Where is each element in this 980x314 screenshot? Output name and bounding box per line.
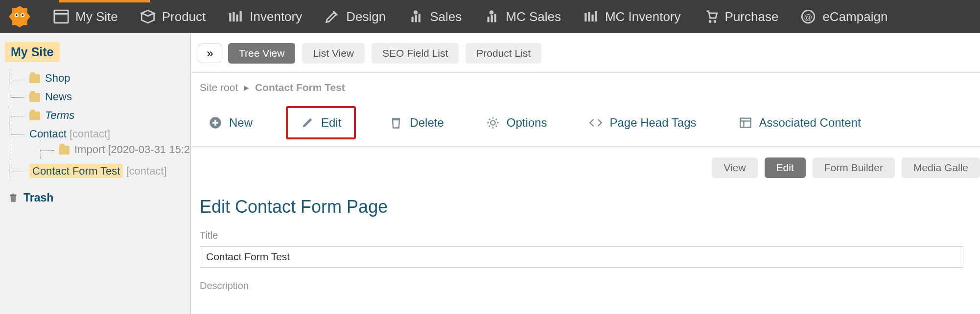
tree-item-contact[interactable]: Contact [contact] Import [2020-03-31 15:… <box>11 125 186 162</box>
svg-rect-12 <box>412 17 414 22</box>
breadcrumb-current: Contact Form Test <box>255 82 345 93</box>
svg-point-3 <box>22 14 23 16</box>
svg-rect-22 <box>595 11 597 22</box>
action-new[interactable]: New <box>200 112 261 134</box>
description-field-label: Description <box>191 268 980 292</box>
action-options[interactable]: Options <box>477 112 556 134</box>
svg-rect-9 <box>240 11 242 22</box>
viewbtn-list-view[interactable]: List View <box>302 43 365 64</box>
trash-label: Trash <box>23 191 53 204</box>
viewbtn-tree-view[interactable]: Tree View <box>228 43 295 64</box>
site-tree: Shop News Terms Contact [contact] Import… <box>11 69 186 180</box>
nav-label: Purchase <box>725 9 779 24</box>
svg-rect-27 <box>10 194 17 196</box>
svg-rect-14 <box>419 14 420 22</box>
nav-label: MC Sales <box>506 9 561 24</box>
action-delete[interactable]: Delete <box>380 112 452 134</box>
tab-media-gallery[interactable]: Media Galle <box>902 157 980 178</box>
svg-point-24 <box>713 20 716 23</box>
svg-rect-32 <box>392 118 400 120</box>
action-page-head-tags[interactable]: Page Head Tags <box>580 112 705 134</box>
content-tabs: View Edit Form Builder Media Galle <box>191 147 980 178</box>
svg-rect-18 <box>494 14 496 22</box>
nav-label: Sales <box>430 9 462 24</box>
folder-icon <box>59 146 70 155</box>
main-content: » Tree View List View SEO Field List Pro… <box>191 33 980 314</box>
svg-point-2 <box>16 14 18 16</box>
top-nav: My Site Product Inventory Design Sales M… <box>0 0 980 33</box>
svg-rect-34 <box>740 118 750 128</box>
gear-icon <box>486 116 500 130</box>
svg-rect-17 <box>491 15 493 22</box>
active-tab-indicator <box>59 0 150 2</box>
nav-mc-inventory[interactable]: MC Inventory <box>572 8 692 25</box>
tree-item-terms[interactable]: Terms <box>11 106 186 125</box>
trash-icon <box>389 116 403 130</box>
tree-item-shop[interactable]: Shop <box>11 69 186 88</box>
trash-icon <box>8 192 19 204</box>
title-input[interactable] <box>200 246 963 268</box>
svg-rect-6 <box>230 13 232 22</box>
nav-label: Design <box>346 9 386 24</box>
action-bar: New Edit Delete Options Page Head Tags A… <box>191 97 980 147</box>
viewbtn-seo-field-list[interactable]: SEO Field List <box>372 43 459 64</box>
svg-rect-28 <box>12 193 14 194</box>
breadcrumb-root[interactable]: Site root <box>200 82 238 93</box>
page-title: Edit Contact Form Page <box>191 178 980 230</box>
tree-item-import[interactable]: Import [2020-03-31 15:28] <box>40 140 186 159</box>
nav-product[interactable]: Product <box>129 8 217 25</box>
nav-my-site[interactable]: My Site <box>42 8 129 25</box>
tree-item-contact-form-test[interactable]: Contact Form Test [contact] <box>11 162 186 180</box>
svg-rect-13 <box>415 15 417 22</box>
collapse-sidebar-button[interactable]: » <box>199 44 221 63</box>
nav-mc-sales[interactable]: MC Sales <box>472 8 572 25</box>
tab-form-builder[interactable]: Form Builder <box>813 157 895 178</box>
view-bar: » Tree View List View SEO Field List Pro… <box>191 43 980 73</box>
nav-purchase[interactable]: Purchase <box>692 8 790 25</box>
nav-ecampaign[interactable]: @eCampaign <box>789 8 898 25</box>
nav-inventory[interactable]: Inventory <box>216 8 313 25</box>
tab-edit[interactable]: Edit <box>765 157 806 178</box>
sidebar-root[interactable]: My Site <box>5 42 60 62</box>
nav-label: Inventory <box>250 9 302 24</box>
svg-rect-7 <box>233 12 235 22</box>
code-icon <box>589 116 603 130</box>
title-field-label: Title <box>191 230 980 246</box>
plus-circle-icon <box>209 116 222 130</box>
breadcrumb: Site root ▸ Contact Form Test <box>191 73 980 97</box>
svg-rect-4 <box>54 10 68 23</box>
tab-view[interactable]: View <box>712 157 757 178</box>
sidebar: My Site Shop News Terms Contact [contact… <box>0 33 191 314</box>
svg-rect-21 <box>591 15 593 22</box>
viewbtn-product-list[interactable]: Product List <box>466 43 541 64</box>
svg-rect-19 <box>584 13 586 22</box>
tree-item-news[interactable]: News <box>11 88 186 106</box>
pencil-icon <box>301 116 314 130</box>
svg-point-23 <box>708 20 711 23</box>
nav-label: MC Inventory <box>605 9 681 24</box>
folder-icon <box>29 74 40 83</box>
layout-icon <box>739 116 752 130</box>
action-edit[interactable]: Edit <box>286 106 356 139</box>
svg-point-11 <box>414 10 418 15</box>
svg-point-15 <box>490 10 494 15</box>
folder-icon <box>29 93 40 102</box>
sidebar-trash[interactable]: Trash <box>5 191 186 204</box>
svg-point-33 <box>490 120 495 125</box>
nav-label: Product <box>162 9 206 24</box>
svg-rect-16 <box>488 17 490 22</box>
chevron-right-icon: ▸ <box>244 82 249 93</box>
folder-icon <box>29 112 40 120</box>
nav-label: eCampaign <box>822 9 887 24</box>
svg-text:@: @ <box>804 13 813 22</box>
action-associated-content[interactable]: Associated Content <box>730 112 870 134</box>
app-logo[interactable] <box>6 3 33 30</box>
nav-label: My Site <box>75 9 118 24</box>
svg-rect-8 <box>236 15 238 22</box>
nav-sales[interactable]: Sales <box>397 8 472 25</box>
nav-design[interactable]: Design <box>313 8 397 25</box>
svg-rect-20 <box>588 12 590 22</box>
